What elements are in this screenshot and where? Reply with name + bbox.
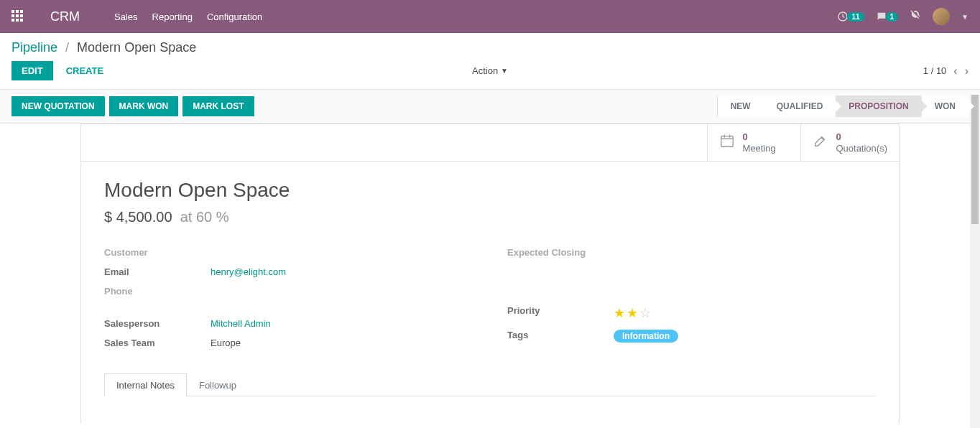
- field-col-right: Expected Closing Priority ★ ★ ☆: [507, 243, 876, 353]
- scrollbar-track[interactable]: [970, 95, 980, 428]
- breadcrumb-current: Modern Open Space: [77, 40, 196, 55]
- stage-proposition[interactable]: PROPOSITION: [836, 96, 921, 117]
- nav-configuration[interactable]: Configuration: [207, 11, 262, 22]
- stat-meeting-count: 0: [742, 131, 775, 143]
- field-email-value[interactable]: henry@elight.com: [211, 266, 286, 277]
- content-wrap: 0 Meeting 0 Quotation(s) Modern Open Spa…: [0, 124, 980, 424]
- stage-qualified[interactable]: QUALIFIED: [764, 96, 836, 117]
- debug-icon[interactable]: [910, 9, 921, 24]
- tab-content: [104, 396, 876, 424]
- pager: 1 / 10 ‹ ›: [923, 65, 969, 78]
- stat-quotation[interactable]: 0 Quotation(s): [800, 124, 899, 161]
- new-quotation-button[interactable]: NEW QUOTATION: [11, 96, 105, 116]
- stat-meeting-label: Meeting: [742, 143, 775, 154]
- record-at-label: at: [180, 209, 193, 225]
- pager-text[interactable]: 1 / 10: [923, 65, 947, 76]
- action-dropdown[interactable]: Action ▼: [472, 65, 508, 76]
- nav-sales[interactable]: Sales: [114, 11, 138, 22]
- svg-rect-1: [721, 136, 734, 147]
- field-priority: Priority ★ ★ ☆: [507, 301, 876, 325]
- stat-buttons: 0 Meeting 0 Quotation(s): [81, 124, 899, 162]
- stat-meeting[interactable]: 0 Meeting: [707, 124, 800, 161]
- tabs: Internal Notes Followup: [104, 373, 876, 396]
- field-col-left: Customer Email henry@elight.com Phone Sa…: [104, 243, 473, 353]
- calendar-icon: [719, 133, 735, 152]
- star-2-icon[interactable]: ★: [627, 305, 638, 321]
- record-amount: $ 4,500.00: [104, 209, 172, 225]
- field-sales-team-label: Sales Team: [104, 338, 211, 348]
- field-sales-team-value[interactable]: Europe: [211, 338, 241, 348]
- mark-won-button[interactable]: MARK WON: [109, 96, 179, 116]
- field-expected-closing-label: Expected Closing: [507, 247, 614, 258]
- edit-button[interactable]: EDIT: [11, 61, 53, 80]
- apps-icon[interactable]: [11, 10, 24, 23]
- stat-quotation-label: Quotation(s): [836, 143, 887, 154]
- pager-next-icon[interactable]: ›: [965, 65, 969, 78]
- stage-won[interactable]: WON: [922, 96, 969, 117]
- field-phone: Phone: [104, 282, 473, 301]
- brand-title[interactable]: CRM: [50, 9, 80, 24]
- field-tags: Tags Information: [507, 325, 876, 347]
- button-bar: NEW QUOTATION MARK WON MARK LOST NEW QUA…: [0, 89, 980, 124]
- mark-lost-button[interactable]: MARK LOST: [182, 96, 254, 116]
- breadcrumb: Pipeline / Modern Open Space: [11, 40, 196, 55]
- top-nav: Sales Reporting Configuration: [114, 11, 262, 22]
- field-priority-label: Priority: [507, 305, 614, 321]
- field-sales-team: Sales Team Europe: [104, 333, 473, 353]
- priority-stars: ★ ★ ☆: [614, 305, 651, 321]
- chevron-down-icon: ▼: [501, 67, 508, 75]
- star-1-icon[interactable]: ★: [614, 305, 625, 321]
- chat-icon[interactable]: 1: [876, 11, 899, 22]
- tab-followup[interactable]: Followup: [187, 373, 249, 396]
- create-button[interactable]: CREATE: [56, 61, 114, 80]
- sheet: 0 Meeting 0 Quotation(s) Modern Open Spa…: [80, 124, 900, 424]
- action-label: Action: [472, 65, 498, 76]
- edit-icon: [813, 133, 828, 152]
- field-customer-label: Customer: [104, 247, 211, 258]
- record-title: Modern Open Space: [104, 179, 876, 202]
- sheet-body: Modern Open Space $ 4,500.00 at 60 % Cus…: [81, 162, 899, 424]
- avatar[interactable]: [933, 8, 950, 25]
- field-email: Email henry@elight.com: [104, 262, 473, 282]
- activity-icon[interactable]: 11: [837, 11, 864, 22]
- field-salesperson-value[interactable]: Mitchell Admin: [211, 318, 271, 329]
- record-subtitle: $ 4,500.00 at 60 %: [104, 209, 876, 225]
- tag-information[interactable]: Information: [614, 330, 678, 343]
- fields: Customer Email henry@elight.com Phone Sa…: [104, 243, 876, 353]
- stage-new[interactable]: NEW: [717, 96, 764, 117]
- field-tags-value[interactable]: Information: [614, 330, 678, 343]
- activity-badge: 11: [847, 12, 864, 22]
- field-salesperson: Salesperson Mitchell Admin: [104, 314, 473, 333]
- field-salesperson-label: Salesperson: [104, 318, 211, 329]
- stages: NEW QUALIFIED PROPOSITION WON: [717, 96, 969, 117]
- scrollbar-thumb[interactable]: [971, 95, 979, 224]
- breadcrumb-parent[interactable]: Pipeline: [11, 40, 57, 55]
- star-3-icon[interactable]: ☆: [639, 305, 651, 321]
- nav-reporting[interactable]: Reporting: [152, 11, 193, 22]
- field-customer: Customer: [104, 243, 473, 262]
- tab-internal-notes[interactable]: Internal Notes: [104, 373, 187, 396]
- record-probability: 60 %: [196, 209, 229, 225]
- user-menu-caret-icon[interactable]: ▼: [961, 13, 969, 21]
- chat-badge: 1: [886, 12, 899, 22]
- field-tags-label: Tags: [507, 330, 614, 343]
- field-email-label: Email: [104, 266, 211, 277]
- breadcrumb-separator: /: [65, 40, 69, 55]
- breadcrumb-row: Pipeline / Modern Open Space: [0, 33, 980, 58]
- field-expected-closing: Expected Closing: [507, 243, 876, 262]
- topbar: CRM Sales Reporting Configuration 11 1 ▼: [0, 0, 980, 33]
- field-phone-label: Phone: [104, 286, 211, 297]
- actions-row: EDIT CREATE Action ▼ 1 / 10 ‹ ›: [0, 58, 980, 89]
- stat-quotation-count: 0: [836, 131, 887, 143]
- pager-prev-icon[interactable]: ‹: [953, 65, 957, 78]
